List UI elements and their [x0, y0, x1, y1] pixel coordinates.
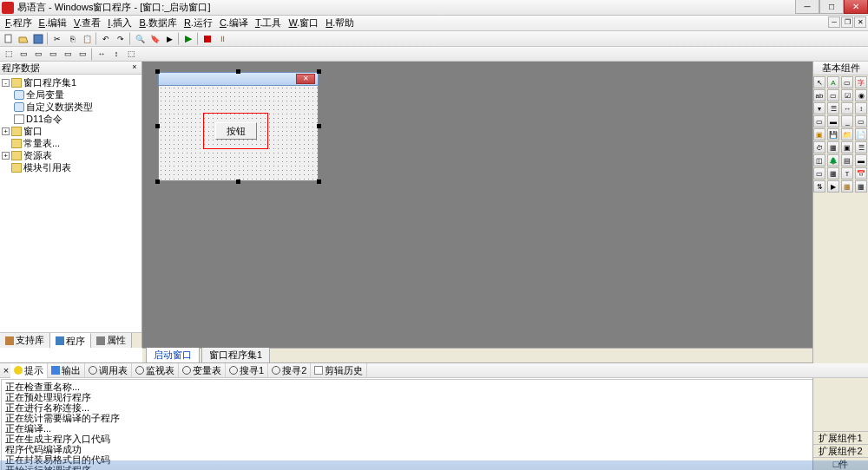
tool-common-dialog-icon[interactable]: ◫: [813, 154, 825, 166]
tool-updown-icon[interactable]: ⇅: [813, 180, 825, 193]
tool-combo-icon[interactable]: ▾: [813, 102, 825, 114]
align-right[interactable]: ▭: [31, 48, 45, 61]
resize-handle[interactable]: [155, 180, 160, 184]
tool-find[interactable]: 🔍: [133, 32, 147, 45]
tool-pause[interactable]: ⏸: [215, 32, 229, 45]
tool-stop[interactable]: [201, 32, 214, 45]
form-close-button[interactable]: ✕: [296, 74, 315, 84]
tab-program[interactable]: 程序: [50, 333, 91, 348]
project-tree[interactable]: -窗口程序集1 全局变量 自定义数据类型 D11命令 +窗口 常量表... +资…: [0, 75, 141, 332]
tool-drive-icon[interactable]: 💾: [827, 128, 839, 140]
design-button[interactable]: 按钮: [215, 122, 257, 140]
tool-bookmark[interactable]: 🔖: [148, 32, 161, 45]
menu-insert[interactable]: I.插入: [104, 16, 135, 30]
tool-status-icon[interactable]: ▬: [855, 154, 867, 166]
tool-slider-icon[interactable]: ⎯: [841, 115, 853, 127]
form-titlebar[interactable]: ✕: [158, 72, 319, 86]
align-bottom[interactable]: ▭: [76, 48, 89, 61]
tool-listview-icon[interactable]: ▤: [841, 154, 853, 166]
tool-data-icon[interactable]: ▦: [827, 141, 839, 153]
toolbox-section-ext2[interactable]: 扩展组件2: [813, 444, 868, 457]
toolbox-section-ext1[interactable]: 扩展组件1: [813, 431, 868, 444]
tool-vscroll-icon[interactable]: ↕: [855, 102, 867, 114]
form-body[interactable]: 按钮: [158, 86, 319, 181]
designer-area[interactable]: ✕ 按钮: [142, 62, 812, 348]
tab-clipboard-history[interactable]: 剪辑历史: [311, 363, 367, 378]
tool-button-icon[interactable]: ▭: [827, 89, 839, 101]
tab-search2[interactable]: 搜寻2: [268, 363, 311, 378]
tree-node[interactable]: 全局变量: [2, 88, 140, 101]
design-surface[interactable]: ✕ 按钮: [142, 62, 812, 348]
tab-support-lib[interactable]: 支持库: [0, 333, 50, 348]
menu-database[interactable]: B.数据库: [135, 16, 180, 30]
tool-calendar-icon[interactable]: 📅: [855, 167, 867, 180]
tab-properties[interactable]: 属性: [91, 333, 132, 348]
tool-richtext-icon[interactable]: T: [841, 167, 853, 180]
tool-toolbar-icon[interactable]: ▭: [813, 167, 825, 180]
minimize-button[interactable]: ─: [795, 0, 819, 14]
align-center-h[interactable]: ▭: [16, 48, 30, 61]
tool-menu-icon[interactable]: ☰: [855, 141, 867, 153]
menu-help[interactable]: H.帮助: [322, 16, 358, 30]
tree-node[interactable]: +资源表: [2, 149, 140, 161]
tool-undo[interactable]: ↶: [99, 32, 113, 45]
tree-node[interactable]: +窗口: [2, 125, 140, 137]
tool-listbox-icon[interactable]: ☰: [827, 102, 839, 114]
maximize-button[interactable]: □: [819, 0, 844, 14]
tool-save[interactable]: [31, 32, 45, 45]
align-middle[interactable]: ▭: [61, 48, 75, 61]
mdi-minimize[interactable]: ─: [828, 16, 840, 28]
same-size[interactable]: ⬚: [124, 48, 138, 61]
resize-handle[interactable]: [317, 69, 321, 74]
tool-new[interactable]: [2, 32, 16, 45]
tool-checkbox-icon[interactable]: ☑: [841, 89, 853, 101]
tree-node[interactable]: 模块引用表: [2, 161, 140, 173]
tab-startup-window[interactable]: 启动窗口: [146, 347, 200, 362]
tool-tree-icon[interactable]: 🌲: [827, 154, 839, 166]
tool-textbox-icon[interactable]: ab: [813, 89, 825, 101]
tool-run[interactable]: ▶: [181, 32, 195, 45]
tool-open[interactable]: [16, 32, 30, 45]
close-button[interactable]: ✕: [844, 0, 868, 14]
menu-view[interactable]: V.查看: [70, 16, 104, 30]
menu-tools[interactable]: T.工具: [252, 16, 286, 30]
tool-copy[interactable]: ⎘: [65, 32, 79, 45]
menu-compile[interactable]: C.编译: [216, 16, 252, 30]
tool-hscroll-icon[interactable]: ↔: [841, 102, 853, 114]
tool-imagelist-icon[interactable]: ▦: [827, 167, 839, 180]
tool-ole-icon[interactable]: ▣: [841, 141, 853, 153]
tool-shape-icon[interactable]: 字: [855, 76, 867, 88]
close-icon[interactable]: ×: [129, 62, 140, 73]
tree-node[interactable]: 常量表...: [2, 137, 140, 149]
tool-cut[interactable]: ✂: [50, 32, 64, 45]
tool-tab-icon[interactable]: ▭: [855, 115, 867, 127]
tool-frame-icon[interactable]: ▭: [813, 115, 825, 127]
resize-handle[interactable]: [155, 124, 160, 128]
close-icon[interactable]: ×: [2, 365, 10, 375]
resize-handle[interactable]: [317, 124, 321, 128]
resize-handle[interactable]: [155, 69, 160, 74]
same-width[interactable]: ↔: [95, 48, 108, 61]
tool-animation-icon[interactable]: ▶: [827, 180, 839, 193]
tree-node[interactable]: D11命令: [2, 113, 140, 125]
tree-node[interactable]: 自定义数据类型: [2, 101, 140, 113]
align-top[interactable]: ▭: [46, 48, 60, 61]
align-left[interactable]: ⬚: [2, 48, 16, 61]
resize-handle[interactable]: [236, 180, 240, 184]
tree-node[interactable]: -窗口程序集1: [2, 76, 140, 88]
menu-window[interactable]: W.窗口: [285, 16, 322, 30]
tool-file-icon[interactable]: 📄: [855, 128, 867, 140]
collapse-icon[interactable]: -: [2, 79, 10, 87]
tool-image-icon[interactable]: ▣: [813, 128, 825, 140]
mdi-restore[interactable]: ❐: [841, 16, 853, 28]
menu-run[interactable]: R.运行: [181, 16, 216, 30]
tab-watch[interactable]: 监视表: [132, 363, 179, 378]
menu-edit[interactable]: E.编辑: [36, 16, 70, 30]
output-text[interactable]: 正在检查重名称... 正在预处理现行程序 正在进行名称连接... 正在统计需要编…: [1, 379, 853, 470]
tab-call-table[interactable]: 调用表: [85, 363, 132, 378]
tab-variables[interactable]: 变量表: [179, 363, 226, 378]
mdi-close[interactable]: ✕: [854, 16, 866, 28]
menu-file[interactable]: F.程序: [2, 16, 36, 30]
design-form[interactable]: ✕ 按钮: [158, 72, 319, 181]
tab-window-assembly[interactable]: 窗口程序集1: [201, 347, 270, 362]
